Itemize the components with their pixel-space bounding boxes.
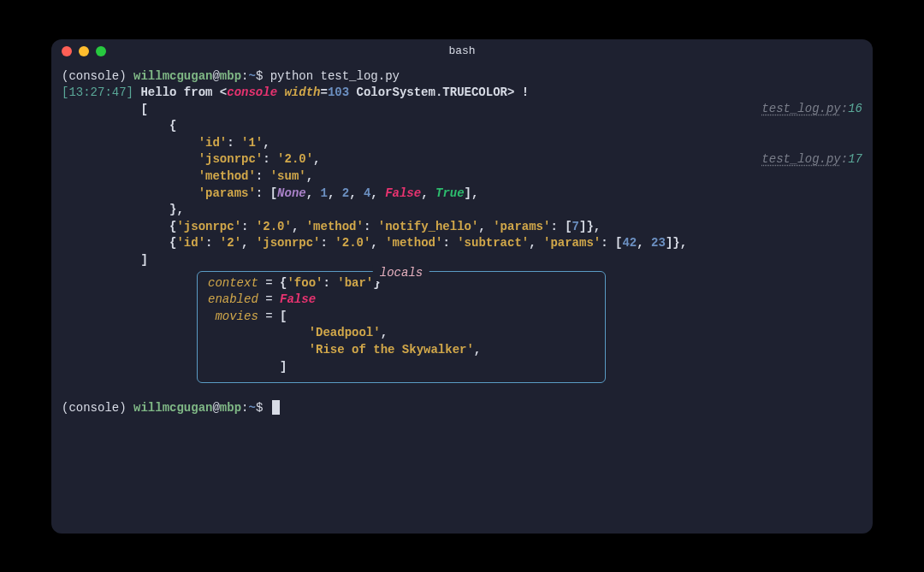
cursor-icon bbox=[272, 400, 280, 415]
pp-line: ] bbox=[62, 252, 862, 269]
traffic-lights bbox=[62, 46, 106, 56]
source-link[interactable]: test_log.py bbox=[761, 102, 840, 115]
host: mbp bbox=[220, 69, 241, 83]
timestamp: [13:27:47] bbox=[62, 86, 133, 99]
venv: (console) bbox=[62, 69, 127, 83]
local-line: 'Rise of the Skywalker', bbox=[208, 342, 595, 359]
command: python test_log.py bbox=[270, 69, 400, 83]
panel-title: locals bbox=[373, 265, 429, 282]
titlebar: bash bbox=[51, 39, 873, 63]
source-links: test_log.py:16 test_log.py:17 bbox=[704, 85, 862, 186]
pp-line: 'params': [None, 1, 2, 4, False, True], bbox=[62, 186, 862, 203]
source-line: 16 bbox=[848, 102, 862, 115]
terminal-window: bash test_log.py:16 test_log.py:17 (cons… bbox=[51, 39, 873, 534]
user: willmcgugan bbox=[133, 69, 212, 83]
path: ~ bbox=[248, 69, 255, 83]
source-line: 17 bbox=[848, 152, 862, 166]
minimize-icon[interactable] bbox=[79, 46, 89, 56]
maximize-icon[interactable] bbox=[96, 46, 106, 56]
local-line: 'Deadpool', bbox=[208, 325, 595, 342]
prompt-line: (console) willmcgugan@mbp:~$ python test… bbox=[62, 68, 862, 86]
panel-border: context = {'foo': 'bar'} enabled = False… bbox=[197, 271, 606, 384]
local-line: movies = [ bbox=[208, 309, 595, 326]
window-title: bash bbox=[448, 44, 475, 57]
close-icon[interactable] bbox=[62, 46, 72, 56]
source-link[interactable]: test_log.py bbox=[761, 152, 840, 166]
local-line: enabled = False bbox=[208, 292, 595, 309]
terminal-body[interactable]: test_log.py:16 test_log.py:17 (console) … bbox=[51, 63, 873, 534]
local-line: ] bbox=[208, 359, 595, 376]
pp-line: {'jsonrpc': '2.0', 'method': 'notify_hel… bbox=[62, 219, 862, 236]
locals-panel: locals context = {'foo': 'bar'} enabled … bbox=[197, 271, 606, 384]
pp-line: {'id': '2', 'jsonrpc': '2.0', 'method': … bbox=[62, 235, 862, 252]
prompt-line: (console) willmcgugan@mbp:~$ bbox=[62, 400, 862, 417]
pp-line: }, bbox=[62, 202, 862, 219]
